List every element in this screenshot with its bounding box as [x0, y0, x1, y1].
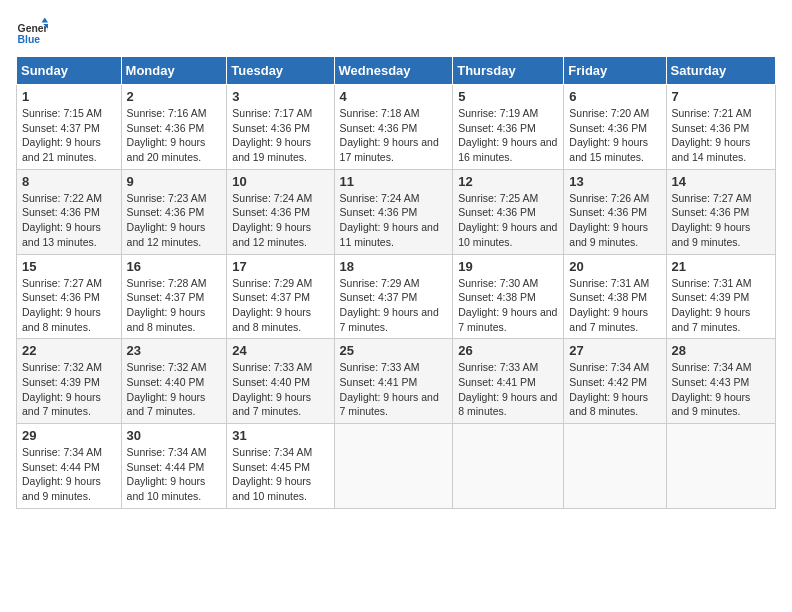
day-cell: 23 Sunrise: 7:32 AMSunset: 4:40 PMDaylig…	[121, 339, 227, 424]
day-number: 30	[127, 428, 222, 443]
col-header-friday: Friday	[564, 57, 666, 85]
day-number: 23	[127, 343, 222, 358]
day-info: Sunrise: 7:27 AMSunset: 4:36 PMDaylight:…	[22, 277, 102, 333]
day-info: Sunrise: 7:33 AMSunset: 4:40 PMDaylight:…	[232, 361, 312, 417]
day-info: Sunrise: 7:31 AMSunset: 4:38 PMDaylight:…	[569, 277, 649, 333]
day-info: Sunrise: 7:23 AMSunset: 4:36 PMDaylight:…	[127, 192, 207, 248]
day-number: 11	[340, 174, 448, 189]
week-row-3: 15 Sunrise: 7:27 AMSunset: 4:36 PMDaylig…	[17, 254, 776, 339]
day-number: 19	[458, 259, 558, 274]
day-cell: 5 Sunrise: 7:19 AMSunset: 4:36 PMDayligh…	[453, 85, 564, 170]
logo-icon: General Blue	[16, 16, 48, 48]
day-info: Sunrise: 7:20 AMSunset: 4:36 PMDaylight:…	[569, 107, 649, 163]
day-number: 31	[232, 428, 328, 443]
week-row-2: 8 Sunrise: 7:22 AMSunset: 4:36 PMDayligh…	[17, 169, 776, 254]
day-info: Sunrise: 7:34 AMSunset: 4:43 PMDaylight:…	[672, 361, 752, 417]
day-cell: 1 Sunrise: 7:15 AMSunset: 4:37 PMDayligh…	[17, 85, 122, 170]
day-info: Sunrise: 7:34 AMSunset: 4:42 PMDaylight:…	[569, 361, 649, 417]
day-cell: 9 Sunrise: 7:23 AMSunset: 4:36 PMDayligh…	[121, 169, 227, 254]
day-info: Sunrise: 7:16 AMSunset: 4:36 PMDaylight:…	[127, 107, 207, 163]
day-info: Sunrise: 7:27 AMSunset: 4:36 PMDaylight:…	[672, 192, 752, 248]
day-info: Sunrise: 7:33 AMSunset: 4:41 PMDaylight:…	[340, 361, 439, 417]
day-number: 12	[458, 174, 558, 189]
day-cell: 3 Sunrise: 7:17 AMSunset: 4:36 PMDayligh…	[227, 85, 334, 170]
day-cell: 13 Sunrise: 7:26 AMSunset: 4:36 PMDaylig…	[564, 169, 666, 254]
day-number: 3	[232, 89, 328, 104]
day-cell: 14 Sunrise: 7:27 AMSunset: 4:36 PMDaylig…	[666, 169, 775, 254]
col-header-saturday: Saturday	[666, 57, 775, 85]
day-info: Sunrise: 7:30 AMSunset: 4:38 PMDaylight:…	[458, 277, 557, 333]
day-info: Sunrise: 7:24 AMSunset: 4:36 PMDaylight:…	[232, 192, 312, 248]
day-number: 24	[232, 343, 328, 358]
day-number: 6	[569, 89, 660, 104]
day-number: 25	[340, 343, 448, 358]
day-cell: 30 Sunrise: 7:34 AMSunset: 4:44 PMDaylig…	[121, 424, 227, 509]
day-number: 29	[22, 428, 116, 443]
day-cell: 29 Sunrise: 7:34 AMSunset: 4:44 PMDaylig…	[17, 424, 122, 509]
day-number: 15	[22, 259, 116, 274]
day-cell: 15 Sunrise: 7:27 AMSunset: 4:36 PMDaylig…	[17, 254, 122, 339]
day-info: Sunrise: 7:15 AMSunset: 4:37 PMDaylight:…	[22, 107, 102, 163]
day-cell: 2 Sunrise: 7:16 AMSunset: 4:36 PMDayligh…	[121, 85, 227, 170]
day-cell: 18 Sunrise: 7:29 AMSunset: 4:37 PMDaylig…	[334, 254, 453, 339]
day-number: 27	[569, 343, 660, 358]
day-cell: 25 Sunrise: 7:33 AMSunset: 4:41 PMDaylig…	[334, 339, 453, 424]
day-info: Sunrise: 7:29 AMSunset: 4:37 PMDaylight:…	[232, 277, 312, 333]
day-cell: 4 Sunrise: 7:18 AMSunset: 4:36 PMDayligh…	[334, 85, 453, 170]
day-cell: 10 Sunrise: 7:24 AMSunset: 4:36 PMDaylig…	[227, 169, 334, 254]
day-number: 22	[22, 343, 116, 358]
day-number: 18	[340, 259, 448, 274]
day-number: 5	[458, 89, 558, 104]
day-cell: 19 Sunrise: 7:30 AMSunset: 4:38 PMDaylig…	[453, 254, 564, 339]
day-number: 21	[672, 259, 770, 274]
day-info: Sunrise: 7:29 AMSunset: 4:37 PMDaylight:…	[340, 277, 439, 333]
day-cell	[666, 424, 775, 509]
day-cell: 12 Sunrise: 7:25 AMSunset: 4:36 PMDaylig…	[453, 169, 564, 254]
day-cell: 16 Sunrise: 7:28 AMSunset: 4:37 PMDaylig…	[121, 254, 227, 339]
day-number: 1	[22, 89, 116, 104]
col-header-tuesday: Tuesday	[227, 57, 334, 85]
day-info: Sunrise: 7:31 AMSunset: 4:39 PMDaylight:…	[672, 277, 752, 333]
logo: General Blue	[16, 16, 48, 48]
day-cell	[564, 424, 666, 509]
day-cell	[453, 424, 564, 509]
svg-text:Blue: Blue	[18, 34, 41, 45]
day-info: Sunrise: 7:17 AMSunset: 4:36 PMDaylight:…	[232, 107, 312, 163]
calendar-table: SundayMondayTuesdayWednesdayThursdayFrid…	[16, 56, 776, 509]
day-number: 16	[127, 259, 222, 274]
day-info: Sunrise: 7:32 AMSunset: 4:39 PMDaylight:…	[22, 361, 102, 417]
day-info: Sunrise: 7:34 AMSunset: 4:45 PMDaylight:…	[232, 446, 312, 502]
day-info: Sunrise: 7:34 AMSunset: 4:44 PMDaylight:…	[22, 446, 102, 502]
day-cell: 8 Sunrise: 7:22 AMSunset: 4:36 PMDayligh…	[17, 169, 122, 254]
day-cell: 7 Sunrise: 7:21 AMSunset: 4:36 PMDayligh…	[666, 85, 775, 170]
day-cell	[334, 424, 453, 509]
day-number: 26	[458, 343, 558, 358]
day-info: Sunrise: 7:32 AMSunset: 4:40 PMDaylight:…	[127, 361, 207, 417]
day-cell: 24 Sunrise: 7:33 AMSunset: 4:40 PMDaylig…	[227, 339, 334, 424]
day-number: 14	[672, 174, 770, 189]
col-header-thursday: Thursday	[453, 57, 564, 85]
day-number: 10	[232, 174, 328, 189]
header: General Blue	[16, 16, 776, 48]
day-number: 9	[127, 174, 222, 189]
col-header-wednesday: Wednesday	[334, 57, 453, 85]
day-cell: 28 Sunrise: 7:34 AMSunset: 4:43 PMDaylig…	[666, 339, 775, 424]
day-cell: 26 Sunrise: 7:33 AMSunset: 4:41 PMDaylig…	[453, 339, 564, 424]
day-cell: 31 Sunrise: 7:34 AMSunset: 4:45 PMDaylig…	[227, 424, 334, 509]
week-row-1: 1 Sunrise: 7:15 AMSunset: 4:37 PMDayligh…	[17, 85, 776, 170]
day-number: 7	[672, 89, 770, 104]
day-number: 17	[232, 259, 328, 274]
day-number: 13	[569, 174, 660, 189]
col-header-monday: Monday	[121, 57, 227, 85]
day-info: Sunrise: 7:34 AMSunset: 4:44 PMDaylight:…	[127, 446, 207, 502]
day-info: Sunrise: 7:22 AMSunset: 4:36 PMDaylight:…	[22, 192, 102, 248]
day-cell: 22 Sunrise: 7:32 AMSunset: 4:39 PMDaylig…	[17, 339, 122, 424]
day-cell: 21 Sunrise: 7:31 AMSunset: 4:39 PMDaylig…	[666, 254, 775, 339]
day-cell: 11 Sunrise: 7:24 AMSunset: 4:36 PMDaylig…	[334, 169, 453, 254]
day-number: 20	[569, 259, 660, 274]
day-info: Sunrise: 7:24 AMSunset: 4:36 PMDaylight:…	[340, 192, 439, 248]
day-cell: 17 Sunrise: 7:29 AMSunset: 4:37 PMDaylig…	[227, 254, 334, 339]
day-number: 4	[340, 89, 448, 104]
svg-marker-2	[42, 18, 48, 23]
day-cell: 6 Sunrise: 7:20 AMSunset: 4:36 PMDayligh…	[564, 85, 666, 170]
